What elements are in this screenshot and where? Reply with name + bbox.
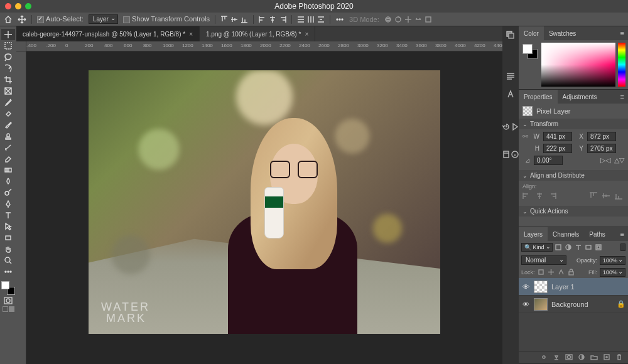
filter-toggle[interactable]: [620, 244, 625, 251]
channels-tab[interactable]: Channels: [548, 227, 584, 241]
gradient-tool[interactable]: [1, 164, 15, 176]
adjustment-layer-icon[interactable]: [578, 353, 587, 362]
filter-shape-icon[interactable]: [584, 243, 593, 252]
paragraph-panel-icon[interactable]: [504, 70, 517, 83]
crop-tool[interactable]: [1, 74, 15, 85]
align-right-icon[interactable]: [548, 192, 558, 201]
paths-tab[interactable]: Paths: [584, 227, 610, 241]
group-icon[interactable]: [590, 353, 599, 362]
align-right-icon[interactable]: [279, 16, 286, 23]
lock-artboard-icon[interactable]: [558, 269, 565, 276]
layer-thumbnail[interactable]: [534, 281, 548, 293]
minimize-window[interactable]: [15, 3, 21, 9]
info-panel-icon[interactable]: [511, 148, 519, 161]
fg-bg-color[interactable]: [1, 281, 15, 295]
3d-pan-icon[interactable]: [404, 16, 412, 23]
transform-section-header[interactable]: Transform: [519, 119, 628, 129]
show-transform-checkbox[interactable]: Show Transform Controls: [123, 15, 210, 23]
color-field[interactable]: [541, 43, 615, 87]
character-panel-icon[interactable]: [504, 88, 517, 100]
3d-orbit-icon[interactable]: [384, 16, 392, 23]
3d-scale-icon[interactable]: [425, 16, 432, 23]
path-select-tool[interactable]: [1, 221, 15, 232]
maximize-window[interactable]: [25, 3, 31, 9]
align-bottom-icon[interactable]: [241, 16, 248, 23]
panel-menu-icon[interactable]: ≡: [617, 227, 628, 241]
eyedropper-tool[interactable]: [1, 97, 15, 108]
panel-menu-icon[interactable]: ≡: [617, 90, 628, 104]
visibility-toggle-icon[interactable]: 👁: [521, 283, 530, 291]
hue-slider[interactable]: [618, 43, 625, 87]
delete-layer-icon[interactable]: [615, 353, 624, 362]
swatches-tab[interactable]: Swatches: [544, 26, 581, 40]
align-left-icon[interactable]: [259, 16, 266, 23]
hand-tool[interactable]: [1, 244, 15, 255]
move-tool[interactable]: [1, 29, 15, 40]
layer-name[interactable]: Layer 1: [551, 283, 575, 291]
auto-select-checkbox[interactable]: Auto-Select:: [37, 15, 84, 23]
align-bottom-icon[interactable]: [614, 192, 624, 201]
eraser-tool[interactable]: [1, 153, 15, 164]
adjustments-tab[interactable]: Adjustments: [558, 90, 602, 104]
history-brush-tool[interactable]: [1, 142, 15, 153]
dist-v-icon[interactable]: [307, 16, 315, 23]
blur-tool[interactable]: [1, 176, 15, 187]
actions-panel-icon[interactable]: [511, 120, 519, 133]
color-panel-icon[interactable]: [504, 29, 517, 41]
stamp-tool[interactable]: [1, 131, 15, 142]
new-layer-icon[interactable]: [603, 353, 612, 362]
align-vcenter-icon[interactable]: [230, 16, 238, 23]
close-tab-icon[interactable]: ×: [305, 31, 308, 38]
flip-v-icon[interactable]: △▽: [614, 156, 624, 164]
height-input[interactable]: [543, 144, 572, 153]
align-hcenter-icon[interactable]: [269, 16, 276, 23]
visibility-toggle-icon[interactable]: 👁: [521, 301, 530, 308]
lock-pixels-icon[interactable]: [538, 269, 545, 276]
3d-roll-icon[interactable]: [394, 16, 402, 23]
y-input[interactable]: [587, 144, 616, 153]
lock-all-icon[interactable]: [568, 269, 575, 276]
close-tab-icon[interactable]: ×: [189, 31, 193, 38]
vertical-ruler[interactable]: [16, 51, 26, 364]
color-tab[interactable]: Color: [519, 26, 544, 40]
zoom-tool[interactable]: [1, 255, 15, 266]
properties-tab[interactable]: Properties: [519, 90, 558, 104]
libraries-panel-icon[interactable]: [502, 148, 510, 161]
quick-mask-icon[interactable]: [1, 296, 15, 305]
horizontal-ruler[interactable]: -400-20002004006008001000120014001600180…: [16, 41, 502, 51]
document-tab[interactable]: 1.png @ 100% (Layer 1, RGB/8) *×: [200, 26, 315, 41]
close-window[interactable]: [5, 3, 11, 9]
frame-tool[interactable]: [1, 85, 15, 97]
filter-kind-select[interactable]: 🔍 Kind: [521, 243, 553, 252]
history-panel-icon[interactable]: [502, 120, 510, 133]
blend-mode-select[interactable]: Normal: [521, 255, 566, 265]
home-icon[interactable]: [4, 15, 13, 24]
align-top-icon[interactable]: [589, 192, 599, 201]
fill-input[interactable]: 100%: [600, 268, 625, 277]
filter-pixel-icon[interactable]: [554, 243, 563, 252]
filter-adjust-icon[interactable]: [564, 243, 573, 252]
dodge-tool[interactable]: [1, 187, 15, 198]
lasso-tool[interactable]: [1, 51, 15, 63]
quick-actions-header[interactable]: Quick Actions: [519, 206, 628, 217]
align-vcenter-icon[interactable]: [602, 192, 612, 201]
align-left-icon[interactable]: [522, 192, 533, 201]
brush-tool[interactable]: [1, 119, 15, 131]
align-hcenter-icon[interactable]: [535, 192, 545, 201]
filter-type-icon[interactable]: [574, 243, 583, 252]
more-options-icon[interactable]: [335, 16, 344, 23]
layer-thumbnail[interactable]: [534, 298, 548, 311]
screen-mode-icon[interactable]: [3, 306, 14, 312]
align-section-header[interactable]: Align and Distribute: [519, 170, 628, 181]
dist-top-icon[interactable]: [297, 16, 305, 23]
quick-select-tool[interactable]: [1, 63, 15, 74]
panel-menu-icon[interactable]: ≡: [617, 26, 628, 40]
link-wh-icon[interactable]: ⚯: [522, 132, 528, 141]
pen-tool[interactable]: [1, 198, 15, 210]
width-input[interactable]: [543, 132, 572, 141]
fg-color-swatch[interactable]: [522, 44, 533, 54]
type-tool[interactable]: [1, 210, 15, 221]
layers-tab[interactable]: Layers: [519, 227, 548, 241]
align-top-icon[interactable]: [220, 16, 228, 23]
layer-mask-icon[interactable]: [565, 353, 574, 362]
